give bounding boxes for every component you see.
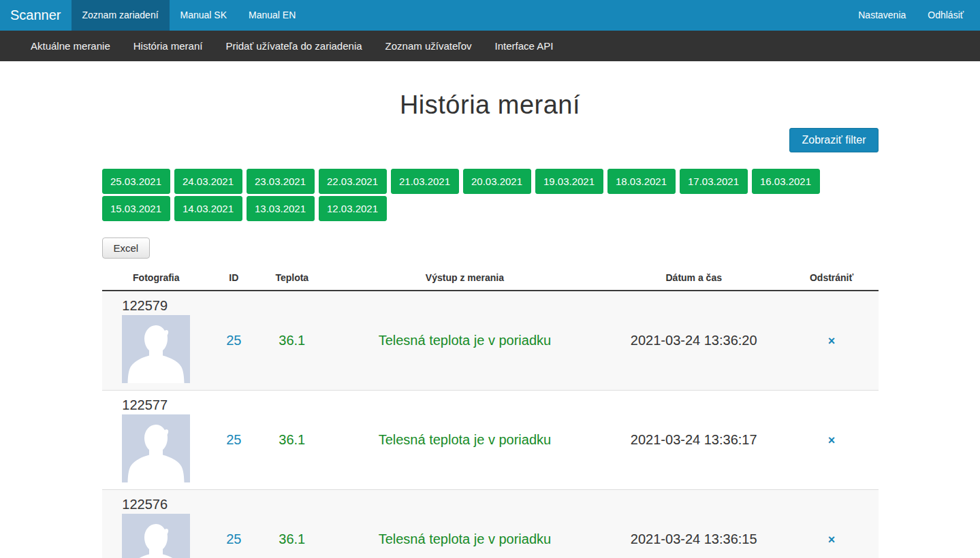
date-filter-button[interactable]: 21.03.2021 [391, 169, 459, 194]
date-filter-button[interactable]: 14.03.2021 [174, 196, 242, 221]
filter-row: Zobraziť filter [102, 128, 879, 152]
navbar-right: Nastavenia Odhlásiť [847, 0, 980, 31]
delete-row-icon[interactable]: × [828, 433, 836, 447]
date-filter-button[interactable]: 22.03.2021 [319, 169, 387, 194]
header-vystup: Výstup z merania [327, 265, 603, 291]
measurement-datetime: 2021-03-24 13:36:17 [631, 432, 757, 447]
date-filter-button[interactable]: 17.03.2021 [680, 169, 748, 194]
date-filter-button[interactable]: 19.03.2021 [535, 169, 603, 194]
measurement-datetime: 2021-03-24 13:36:20 [631, 333, 757, 348]
temperature-value: 36.1 [279, 531, 305, 546]
delete-row-icon[interactable]: × [828, 533, 836, 546]
user-id-link[interactable]: 25 [226, 531, 241, 546]
avatar-placeholder [122, 414, 190, 482]
subnav-item-interface-api[interactable]: Interface API [484, 31, 565, 61]
nav-item-zoznam-zariadeni[interactable]: Zoznam zariadení [72, 0, 170, 31]
nav-item-manual-en[interactable]: Manual EN [238, 0, 306, 31]
table-row: 122577 25 36.1 Telesná teplota je v pori… [102, 391, 879, 490]
nav-item-nastavenia[interactable]: Nastavenia [847, 0, 917, 31]
header-datum: Dátum a čas [603, 265, 785, 291]
date-filter-button[interactable]: 23.03.2021 [247, 169, 315, 194]
user-id-link[interactable]: 25 [226, 333, 241, 348]
top-navbar: Scanner Zoznam zariadení Manual SK Manua… [0, 0, 980, 31]
table-header-row: Fotografia ID Teplota Výstup z merania D… [102, 265, 879, 291]
date-filter-button[interactable]: 16.03.2021 [752, 169, 820, 194]
measurement-datetime: 2021-03-24 13:36:15 [631, 531, 757, 546]
delete-row-icon[interactable]: × [828, 334, 836, 348]
subnav-item-historia-merani[interactable]: História meraní [122, 31, 215, 61]
avatar-placeholder [122, 514, 190, 558]
photo-number: 122577 [122, 397, 190, 413]
date-filter-button[interactable]: 24.03.2021 [174, 169, 242, 194]
header-id: ID [210, 265, 257, 291]
nav-item-manual-sk[interactable]: Manual SK [170, 0, 238, 31]
page-title: História meraní [102, 91, 879, 120]
subnav-item-aktualne-meranie[interactable]: Aktuálne meranie [19, 31, 122, 61]
header-fotografia: Fotografia [102, 265, 211, 291]
temperature-value: 36.1 [279, 432, 305, 447]
temperature-value: 36.1 [279, 333, 305, 348]
header-teplota: Teplota [257, 265, 327, 291]
sub-navbar: Aktuálne meranie História meraní Pridať … [0, 31, 980, 61]
brand-link[interactable]: Scanner [0, 0, 72, 31]
measurement-result: Telesná teplota je v poriadku [379, 432, 552, 447]
date-filter-button[interactable]: 13.03.2021 [247, 196, 315, 221]
photo-cell: 122577 [122, 397, 190, 482]
table-row: 122576 25 36.1 Telesná teplota je v pori… [102, 490, 879, 558]
main-content: História meraní Zobraziť filter 25.03.20… [102, 91, 879, 558]
photo-cell: 122576 [122, 497, 190, 558]
header-odstranit: Odstrániť [785, 265, 879, 291]
navbar-spacer [306, 0, 847, 31]
date-filter-button[interactable]: 15.03.2021 [102, 196, 170, 221]
table-row: 122579 25 36.1 Telesná teplota je v pori… [102, 291, 879, 391]
date-filter-list: 25.03.2021 24.03.2021 23.03.2021 22.03.2… [102, 169, 879, 223]
avatar-placeholder [122, 315, 190, 383]
excel-export-button[interactable]: Excel [102, 237, 151, 259]
measurements-table: Fotografia ID Teplota Výstup z merania D… [102, 265, 879, 558]
photo-cell: 122579 [122, 298, 190, 383]
subnav-item-zoznam-uzivatelov[interactable]: Zoznam užívateľov [374, 31, 484, 61]
nav-item-odhlasit[interactable]: Odhlásiť [917, 0, 975, 31]
date-filter-button[interactable]: 20.03.2021 [463, 169, 531, 194]
photo-number: 122579 [122, 298, 190, 314]
user-id-link[interactable]: 25 [226, 432, 241, 447]
photo-number: 122576 [122, 497, 190, 512]
measurement-result: Telesná teplota je v poriadku [379, 531, 552, 546]
date-filter-button[interactable]: 12.03.2021 [319, 196, 387, 221]
date-filter-button[interactable]: 25.03.2021 [102, 169, 170, 194]
show-filter-button[interactable]: Zobraziť filter [789, 128, 878, 152]
measurement-result: Telesná teplota je v poriadku [379, 333, 552, 348]
subnav-item-pridat-uzivatela[interactable]: Pridať užívateľa do zariadenia [214, 31, 373, 61]
date-filter-button[interactable]: 18.03.2021 [607, 169, 676, 194]
